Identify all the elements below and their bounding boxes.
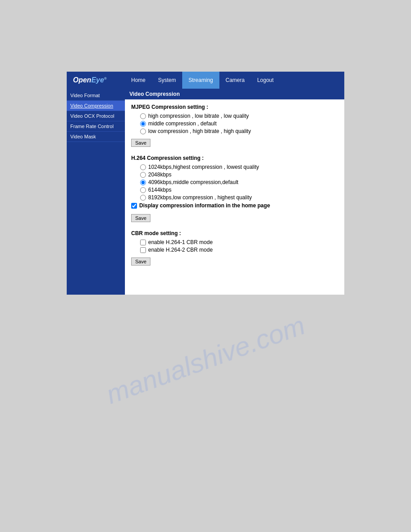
logo-area: OpenEye® [67, 72, 125, 89]
mjpeg-option-high: high compression , low bitrate , low qua… [140, 113, 338, 119]
h264-radio-group: 1024kbps,highest compression , lowest qu… [140, 164, 338, 201]
nav-tab-system[interactable]: System [152, 72, 182, 89]
h264-label-4096: 4096kbps,middle compression,default [148, 179, 238, 185]
mjpeg-label-middle: middle compression , default [148, 120, 217, 127]
h264-radio-8192[interactable] [140, 195, 146, 201]
logo-dot: ® [104, 77, 107, 81]
h264-option-4096: 4096kbps,middle compression,default [140, 179, 338, 185]
display-compression-checkbox[interactable] [131, 203, 137, 209]
nav-bar: OpenEye® Home System Streaming Camera Lo… [67, 72, 344, 89]
cbr-section-title: CBR mode setting : [131, 230, 338, 236]
h264-option-6144: 6144kbps [140, 187, 338, 193]
cbr-h264-1-item: enable H.264-1 CBR mode [140, 239, 338, 245]
h264-option-8192: 8192kbps,low compression , highest quali… [140, 194, 338, 201]
mjpeg-save-button[interactable]: Save [131, 139, 150, 147]
mjpeg-radio-group: high compression , low bitrate , low qua… [140, 113, 338, 134]
h264-radio-4096[interactable] [140, 180, 146, 185]
cbr-save-button[interactable]: Save [131, 257, 150, 266]
h264-save-button[interactable]: Save [131, 214, 150, 222]
mjpeg-section-title: MJPEG Compression setting : [131, 104, 338, 110]
mjpeg-radio-high[interactable] [140, 113, 146, 119]
display-compression-item: Display compression information in the h… [131, 202, 338, 209]
cbr-h264-2-label: enable H.264-2 CBR mode [148, 247, 213, 253]
cbr-checkbox-group: enable H.264-1 CBR mode enable H.264-2 C… [140, 239, 338, 253]
nav-tab-home[interactable]: Home [125, 72, 152, 89]
main-content: Video Format Video Compression Video OCX… [67, 89, 344, 295]
cbr-h264-1-label: enable H.264-1 CBR mode [148, 239, 213, 245]
cbr-h264-1-checkbox[interactable] [140, 240, 146, 245]
h264-radio-6144[interactable] [140, 187, 146, 193]
sidebar: Video Format Video Compression Video OCX… [67, 89, 125, 295]
logo: OpenEye® [73, 76, 107, 84]
display-compression-label: Display compression information in the h… [139, 202, 270, 209]
cbr-h264-2-checkbox[interactable] [140, 247, 146, 253]
outer-container: OpenEye® Home System Streaming Camera Lo… [67, 72, 344, 514]
sidebar-item-video-compression[interactable]: Video Compression [67, 101, 125, 111]
sidebar-item-video-ocx-protocol[interactable]: Video OCX Protocol [67, 111, 125, 121]
nav-tabs: Home System Streaming Camera Logout [125, 72, 280, 89]
nav-tab-streaming[interactable]: Streaming [182, 72, 219, 89]
content-body: MJPEG Compression setting : high compres… [125, 99, 344, 274]
h264-label-2048: 2048kbps [148, 172, 171, 178]
h264-section-title: H.264 Compression setting : [131, 155, 338, 161]
h264-radio-1024[interactable] [140, 164, 146, 170]
display-checkbox-group: Display compression information in the h… [131, 202, 338, 209]
h264-label-1024: 1024kbps,highest compression , lowest qu… [148, 164, 259, 170]
mjpeg-option-middle: middle compression , default [140, 120, 338, 127]
sidebar-item-video-format[interactable]: Video Format [67, 90, 125, 101]
mjpeg-radio-low[interactable] [140, 129, 146, 134]
mjpeg-radio-middle[interactable] [140, 121, 146, 127]
mjpeg-label-low: low compression , high bitrate , high qu… [148, 128, 251, 134]
h264-radio-2048[interactable] [140, 172, 146, 178]
logo-eye: Eye [91, 76, 104, 84]
mjpeg-label-high: high compression , low bitrate , low qua… [148, 113, 249, 119]
h264-label-8192: 8192kbps,low compression , highest quali… [148, 194, 252, 201]
nav-tab-logout[interactable]: Logout [251, 72, 280, 89]
h264-label-6144: 6144kbps [148, 187, 171, 193]
sidebar-item-video-mask[interactable]: Video Mask [67, 132, 125, 142]
nav-tab-camera[interactable]: Camera [219, 72, 251, 89]
h264-option-1024: 1024kbps,highest compression , lowest qu… [140, 164, 338, 170]
content-header: Video Compression [125, 89, 344, 99]
cbr-h264-2-item: enable H.264-2 CBR mode [140, 247, 338, 253]
h264-option-2048: 2048kbps [140, 172, 338, 178]
logo-open: Open [73, 76, 91, 84]
mjpeg-option-low: low compression , high bitrate , high qu… [140, 128, 338, 134]
sidebar-item-frame-rate-control[interactable]: Frame Rate Control [67, 121, 125, 132]
content-panel: Video Compression MJPEG Compression sett… [125, 89, 344, 295]
